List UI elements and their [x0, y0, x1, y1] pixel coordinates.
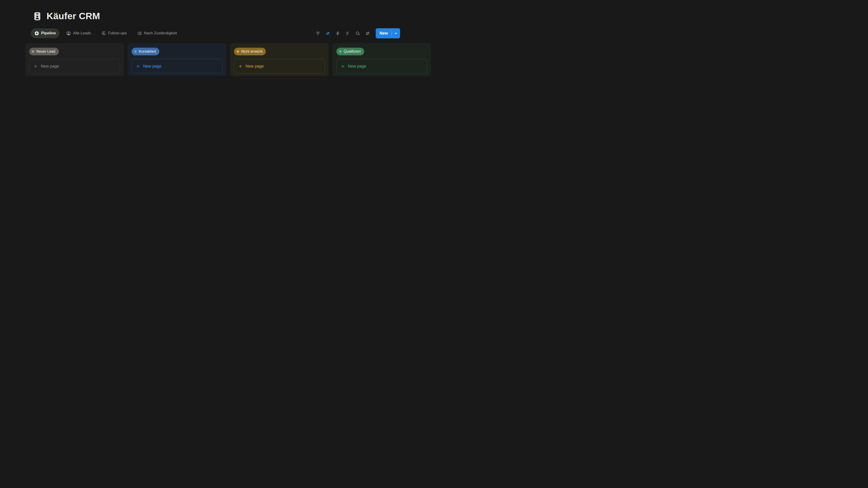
status-label: Nicht erreicht [241, 50, 262, 54]
status-badge[interactable]: Kontaktiert [131, 48, 159, 55]
new-page-button[interactable]: New page [29, 59, 120, 73]
board-column-qualifiziert: Qualifiziert New page [333, 43, 431, 76]
plus-icon [136, 64, 140, 68]
status-badge[interactable]: Neuer Lead [29, 48, 59, 55]
new-page-button[interactable]: New page [131, 59, 222, 73]
tab-label: Pipeline [41, 31, 56, 35]
new-page-button[interactable]: New page [336, 59, 427, 73]
tab-alle-leads[interactable]: Alle Leads [63, 29, 94, 38]
status-badge[interactable]: Qualifiziert [336, 48, 364, 55]
view-tabs: Pipeline Alle Leads Follow-ups [31, 29, 180, 38]
search-icon-button[interactable] [353, 29, 362, 37]
filter-icon-button[interactable] [314, 29, 322, 37]
tab-pipeline[interactable]: Pipeline [31, 29, 59, 38]
plus-icon [341, 64, 345, 68]
view-tabs-toolbar-row: Pipeline Alle Leads Follow-ups [31, 27, 400, 39]
tab-nach-zustaendigkeit[interactable]: Nach Zuständigkeit [133, 29, 181, 38]
lightning-icon [336, 31, 340, 36]
new-button[interactable]: New [376, 28, 400, 38]
page-header: Käufer CRM [0, 0, 434, 22]
new-button-dropdown[interactable] [392, 28, 400, 38]
status-badge[interactable]: Nicht erreicht [234, 48, 266, 55]
tab-follow-ups[interactable]: Follow-ups [98, 29, 130, 38]
view-toolbar: New [314, 28, 400, 38]
status-dot [134, 50, 137, 53]
search-icon [355, 31, 360, 36]
new-page-label: New page [143, 64, 161, 69]
status-label: Qualifiziert [344, 50, 361, 54]
id-badge-icon [33, 11, 42, 21]
notion-dark-page: Käufer CRM Pipeline Alle Leads [0, 0, 434, 244]
sort-icon-button[interactable] [324, 29, 332, 37]
settings-sliders-icon-button[interactable] [364, 29, 372, 37]
new-page-button[interactable]: New page [234, 59, 325, 73]
plus-circle-icon [34, 31, 39, 36]
status-dot [339, 50, 342, 53]
status-dot [237, 50, 239, 53]
status-dot [32, 50, 34, 53]
board-column-nicht-erreicht: Nicht erreicht New page [230, 43, 329, 76]
bulleted-list-icon [137, 31, 142, 36]
ai-sparkle-icon-button[interactable] [344, 29, 352, 37]
new-page-label: New page [246, 64, 264, 69]
recurring-arrow-icon [101, 31, 106, 36]
new-page-label: New page [348, 64, 366, 69]
board-column-kontaktiert: Kontaktiert New page [128, 43, 226, 76]
new-button-label[interactable]: New [376, 28, 392, 38]
sort-icon [326, 31, 330, 36]
chevron-down-icon [394, 31, 398, 35]
ai-sparkle-icon [345, 31, 350, 36]
page-title: Käufer CRM [46, 11, 100, 22]
status-label: Neuer Lead [36, 50, 55, 54]
tab-label: Alle Leads [73, 31, 91, 35]
filter-icon [315, 31, 320, 36]
kanban-board: Neuer Lead New page Kontaktiert New page [25, 43, 434, 76]
plus-icon [33, 64, 38, 68]
new-page-label: New page [41, 64, 59, 69]
lightning-icon-button[interactable] [334, 29, 342, 37]
user-circle-icon [66, 31, 71, 36]
tab-label: Nach Zuständigkeit [144, 31, 177, 35]
plus-icon [238, 64, 243, 68]
tab-label: Follow-ups [108, 31, 127, 35]
settings-sliders-icon [365, 31, 370, 36]
board-column-neuer-lead: Neuer Lead New page [25, 43, 124, 76]
status-label: Kontaktiert [139, 50, 156, 54]
